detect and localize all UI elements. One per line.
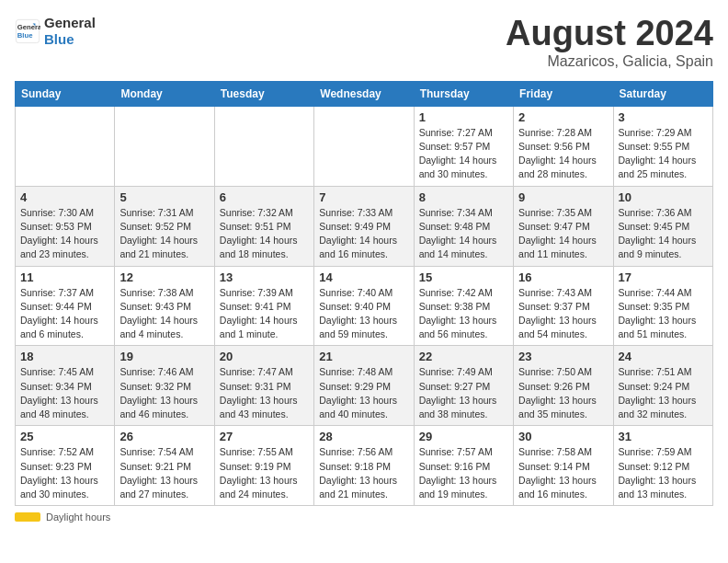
calendar-cell-w1-d0 <box>16 106 115 186</box>
day-info: Sunrise: 7:35 AM Sunset: 9:47 PM Dayligh… <box>518 206 608 262</box>
location-subtitle: Mazaricos, Galicia, Spain <box>506 53 713 70</box>
calendar-week-2: 4Sunrise: 7:30 AM Sunset: 9:53 PM Daylig… <box>16 186 713 266</box>
calendar-cell-w3-d0: 11Sunrise: 7:37 AM Sunset: 9:44 PM Dayli… <box>16 266 115 346</box>
day-number: 3 <box>619 110 708 124</box>
calendar-cell-w5-d3: 28Sunrise: 7:56 AM Sunset: 9:18 PM Dayli… <box>314 426 414 506</box>
day-number: 30 <box>518 430 608 443</box>
calendar-cell-w1-d1 <box>115 106 214 186</box>
calendar-cell-w5-d5: 30Sunrise: 7:58 AM Sunset: 9:14 PM Dayli… <box>514 426 613 506</box>
calendar-cell-w2-d4: 8Sunrise: 7:34 AM Sunset: 9:48 PM Daylig… <box>414 186 513 266</box>
day-number: 19 <box>119 350 209 363</box>
calendar-header-row: Sunday Monday Tuesday Wednesday Thursday… <box>16 81 713 106</box>
calendar-week-1: 1Sunrise: 7:27 AM Sunset: 9:57 PM Daylig… <box>16 106 713 186</box>
calendar-cell-w1-d6: 3Sunrise: 7:29 AM Sunset: 9:55 PM Daylig… <box>613 106 712 186</box>
calendar-cell-w4-d1: 19Sunrise: 7:46 AM Sunset: 9:32 PM Dayli… <box>115 346 214 426</box>
day-info: Sunrise: 7:52 AM Sunset: 9:23 PM Dayligh… <box>20 445 109 501</box>
day-info: Sunrise: 7:44 AM Sunset: 9:35 PM Dayligh… <box>619 286 708 342</box>
day-info: Sunrise: 7:50 AM Sunset: 9:26 PM Dayligh… <box>518 365 608 421</box>
logo: General Blue General Blue <box>15 15 96 48</box>
day-number: 31 <box>619 430 708 443</box>
day-number: 14 <box>319 270 408 284</box>
day-info: Sunrise: 7:58 AM Sunset: 9:14 PM Dayligh… <box>518 445 608 501</box>
day-number: 13 <box>220 270 309 284</box>
calendar-cell-w1-d2 <box>214 106 313 186</box>
day-number: 10 <box>619 190 708 204</box>
day-info: Sunrise: 7:56 AM Sunset: 9:18 PM Dayligh… <box>319 445 408 501</box>
logo-text-line1: General <box>44 15 96 31</box>
calendar-cell-w4-d2: 20Sunrise: 7:47 AM Sunset: 9:31 PM Dayli… <box>214 346 313 426</box>
day-number: 6 <box>220 190 309 204</box>
calendar-week-5: 25Sunrise: 7:52 AM Sunset: 9:23 PM Dayli… <box>16 426 713 506</box>
calendar-cell-w2-d0: 4Sunrise: 7:30 AM Sunset: 9:53 PM Daylig… <box>16 186 115 266</box>
day-info: Sunrise: 7:38 AM Sunset: 9:43 PM Dayligh… <box>119 286 209 342</box>
day-info: Sunrise: 7:28 AM Sunset: 9:56 PM Dayligh… <box>518 126 608 182</box>
day-info: Sunrise: 7:39 AM Sunset: 9:41 PM Dayligh… <box>220 286 309 342</box>
calendar-cell-w1-d4: 1Sunrise: 7:27 AM Sunset: 9:57 PM Daylig… <box>414 106 513 186</box>
col-tuesday: Tuesday <box>214 81 313 106</box>
calendar-cell-w4-d6: 24Sunrise: 7:51 AM Sunset: 9:24 PM Dayli… <box>613 346 712 426</box>
day-number: 18 <box>20 350 109 363</box>
col-thursday: Thursday <box>414 81 513 106</box>
daylight-bar-icon <box>15 512 40 522</box>
day-info: Sunrise: 7:40 AM Sunset: 9:40 PM Dayligh… <box>319 286 408 342</box>
day-info: Sunrise: 7:36 AM Sunset: 9:45 PM Dayligh… <box>619 206 708 262</box>
day-info: Sunrise: 7:47 AM Sunset: 9:31 PM Dayligh… <box>220 365 309 421</box>
calendar-cell-w1-d3 <box>314 106 414 186</box>
calendar-cell-w2-d1: 5Sunrise: 7:31 AM Sunset: 9:52 PM Daylig… <box>115 186 214 266</box>
logo-text-line2: Blue <box>44 31 96 48</box>
calendar-cell-w2-d6: 10Sunrise: 7:36 AM Sunset: 9:45 PM Dayli… <box>613 186 712 266</box>
calendar-cell-w3-d5: 16Sunrise: 7:43 AM Sunset: 9:37 PM Dayli… <box>514 266 613 346</box>
month-year-title: August 2024 <box>506 15 713 53</box>
day-number: 28 <box>319 430 408 443</box>
day-number: 2 <box>518 110 608 124</box>
col-wednesday: Wednesday <box>314 81 414 106</box>
day-info: Sunrise: 7:49 AM Sunset: 9:27 PM Dayligh… <box>419 365 508 421</box>
day-number: 15 <box>419 270 508 284</box>
day-number: 25 <box>20 430 109 443</box>
day-number: 21 <box>319 350 408 363</box>
calendar-week-3: 11Sunrise: 7:37 AM Sunset: 9:44 PM Dayli… <box>16 266 713 346</box>
calendar-cell-w1-d5: 2Sunrise: 7:28 AM Sunset: 9:56 PM Daylig… <box>514 106 613 186</box>
calendar-cell-w5-d6: 31Sunrise: 7:59 AM Sunset: 9:12 PM Dayli… <box>613 426 712 506</box>
day-info: Sunrise: 7:46 AM Sunset: 9:32 PM Dayligh… <box>119 365 209 421</box>
day-info: Sunrise: 7:37 AM Sunset: 9:44 PM Dayligh… <box>20 286 109 342</box>
col-friday: Friday <box>514 81 613 106</box>
day-number: 26 <box>119 430 209 443</box>
calendar-cell-w5-d2: 27Sunrise: 7:55 AM Sunset: 9:19 PM Dayli… <box>214 426 313 506</box>
calendar-cell-w2-d2: 6Sunrise: 7:32 AM Sunset: 9:51 PM Daylig… <box>214 186 313 266</box>
col-sunday: Sunday <box>16 81 115 106</box>
col-saturday: Saturday <box>613 81 712 106</box>
day-number: 1 <box>419 110 508 124</box>
day-info: Sunrise: 7:33 AM Sunset: 9:49 PM Dayligh… <box>319 206 408 262</box>
day-number: 20 <box>220 350 309 363</box>
day-info: Sunrise: 7:45 AM Sunset: 9:34 PM Dayligh… <box>20 365 109 421</box>
title-area: August 2024 Mazaricos, Galicia, Spain <box>506 15 713 70</box>
svg-text:General: General <box>17 23 40 31</box>
day-number: 17 <box>619 270 708 284</box>
day-number: 22 <box>419 350 508 363</box>
day-info: Sunrise: 7:29 AM Sunset: 9:55 PM Dayligh… <box>619 126 708 182</box>
calendar-cell-w3-d4: 15Sunrise: 7:42 AM Sunset: 9:38 PM Dayli… <box>414 266 513 346</box>
day-number: 23 <box>518 350 608 363</box>
calendar-cell-w2-d5: 9Sunrise: 7:35 AM Sunset: 9:47 PM Daylig… <box>514 186 613 266</box>
day-info: Sunrise: 7:34 AM Sunset: 9:48 PM Dayligh… <box>419 206 508 262</box>
day-number: 9 <box>518 190 608 204</box>
day-number: 27 <box>220 430 309 443</box>
day-info: Sunrise: 7:54 AM Sunset: 9:21 PM Dayligh… <box>119 445 209 501</box>
header: General Blue General Blue August 2024 Ma… <box>15 15 713 70</box>
day-info: Sunrise: 7:32 AM Sunset: 9:51 PM Dayligh… <box>220 206 309 262</box>
calendar-cell-w3-d2: 13Sunrise: 7:39 AM Sunset: 9:41 PM Dayli… <box>214 266 313 346</box>
day-info: Sunrise: 7:57 AM Sunset: 9:16 PM Dayligh… <box>419 445 508 501</box>
logo-icon: General Blue <box>15 18 40 44</box>
calendar-cell-w5-d4: 29Sunrise: 7:57 AM Sunset: 9:16 PM Dayli… <box>414 426 513 506</box>
day-number: 12 <box>119 270 209 284</box>
day-number: 8 <box>419 190 508 204</box>
day-info: Sunrise: 7:43 AM Sunset: 9:37 PM Dayligh… <box>518 286 608 342</box>
day-info: Sunrise: 7:51 AM Sunset: 9:24 PM Dayligh… <box>619 365 708 421</box>
calendar-cell-w3-d1: 12Sunrise: 7:38 AM Sunset: 9:43 PM Dayli… <box>115 266 214 346</box>
day-info: Sunrise: 7:31 AM Sunset: 9:52 PM Dayligh… <box>119 206 209 262</box>
calendar-week-4: 18Sunrise: 7:45 AM Sunset: 9:34 PM Dayli… <box>16 346 713 426</box>
day-info: Sunrise: 7:27 AM Sunset: 9:57 PM Dayligh… <box>419 126 508 182</box>
calendar-cell-w2-d3: 7Sunrise: 7:33 AM Sunset: 9:49 PM Daylig… <box>314 186 414 266</box>
calendar-cell-w4-d4: 22Sunrise: 7:49 AM Sunset: 9:27 PM Dayli… <box>414 346 513 426</box>
